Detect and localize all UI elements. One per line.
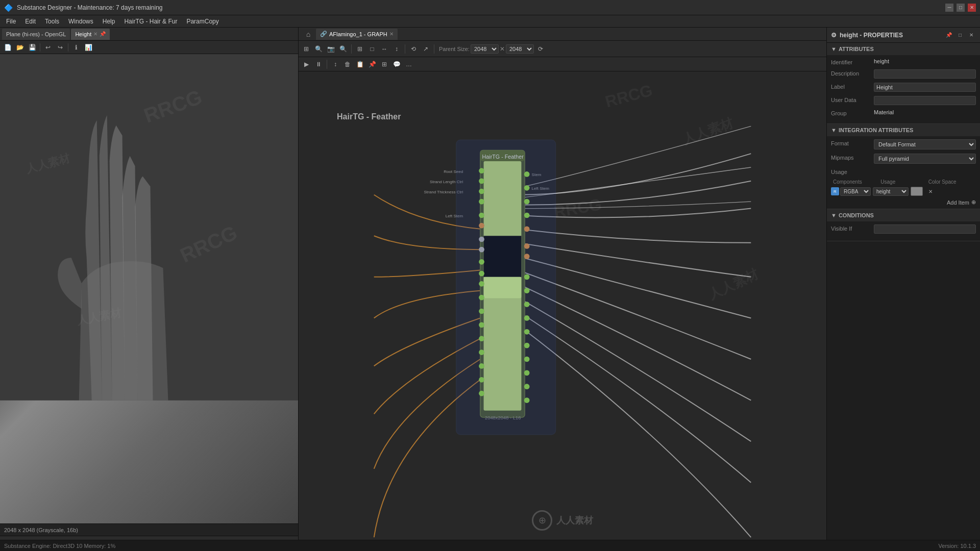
menu-paramcopy[interactable]: ParamCopy xyxy=(182,17,223,26)
identifier-row: Identifier height xyxy=(831,58,976,65)
menu-help[interactable]: Help xyxy=(99,17,119,26)
viewport-plane-tab[interactable]: Plane (hi-res) - OpenGL xyxy=(2,29,70,40)
minimize-button[interactable]: ─ xyxy=(945,4,953,12)
graph-copy-button[interactable]: 📋 xyxy=(354,59,365,70)
viewport-tab-pin[interactable]: 📌 xyxy=(100,31,106,37)
properties-close-button[interactable]: ✕ xyxy=(967,31,976,40)
menu-windows[interactable]: Windows xyxy=(64,17,97,26)
graph-play-button[interactable]: ▶ xyxy=(301,59,312,70)
graph-toolbar-btn-8[interactable]: ↕ xyxy=(391,43,402,55)
user-data-row: User Data xyxy=(831,96,976,105)
info-button[interactable]: ℹ xyxy=(70,42,82,53)
title-bar: 🔷 Substance Designer - Maintenance: 7 da… xyxy=(0,0,980,15)
graph-home-button[interactable]: ⌂ xyxy=(303,29,314,40)
svg-point-33 xyxy=(524,254,530,259)
graph-step-button[interactable]: ⏸ xyxy=(313,59,324,70)
graph-toolbar-btn-9[interactable]: ⟲ xyxy=(408,43,419,55)
attributes-label: ATTRIBUTES xyxy=(839,46,874,52)
parent-size-select-1[interactable]: 2048 xyxy=(471,44,499,54)
color-remove-button[interactable]: ✕ xyxy=(925,186,936,197)
integration-content: Format Default Format Mipmaps Full pyram… xyxy=(827,136,980,209)
graph-tab[interactable]: 🔗 AFlamingo_1 - GRAPH ✕ xyxy=(316,29,398,40)
version-text: Version: 10.1.3 xyxy=(939,543,976,549)
usage-select[interactable]: height xyxy=(873,187,909,196)
rgba-icon: R xyxy=(831,187,839,195)
description-input[interactable] xyxy=(874,69,976,79)
maximize-button[interactable]: □ xyxy=(957,4,965,12)
conditions-label: CONDITIONS xyxy=(839,212,874,218)
svg-point-10 xyxy=(479,189,484,194)
prop-label-row: Label xyxy=(831,83,976,92)
graph-paste-button[interactable]: 📌 xyxy=(366,59,378,70)
svg-point-27 xyxy=(524,171,530,177)
menu-file[interactable]: File xyxy=(2,17,20,26)
title-bar-text: Substance Designer - Maintenance: 7 days… xyxy=(17,4,945,11)
graph-watermark-1: RRCG xyxy=(603,81,655,111)
graph-extra-button[interactable]: … xyxy=(403,59,414,70)
graph-delete-button[interactable]: 🗑 xyxy=(342,59,353,70)
new-button[interactable]: 📄 xyxy=(2,42,13,53)
main-layout: Plane (hi-res) - OpenGL Height ✕ 📌 📄 📂 💾… xyxy=(0,28,980,551)
graph-toolbar-btn-10[interactable]: ↗ xyxy=(420,43,431,55)
parent-size-select-2[interactable]: 2048 xyxy=(506,44,534,54)
properties-pin-button[interactable]: 📌 xyxy=(944,31,953,40)
graph-toolbar-btn-7[interactable]: ↔ xyxy=(379,43,390,55)
svg-point-21 xyxy=(479,322,484,328)
svg-point-8 xyxy=(479,168,484,173)
graph-toolbar-btn-3[interactable]: 📷 xyxy=(325,43,336,55)
graph-toolbar-btn-5[interactable]: ⊞ xyxy=(354,43,365,55)
label-label: Label xyxy=(831,83,872,90)
properties-detach-button[interactable]: □ xyxy=(955,31,965,40)
save-button[interactable]: 💾 xyxy=(27,42,38,53)
user-data-input[interactable] xyxy=(874,96,976,105)
visible-if-input[interactable] xyxy=(874,224,976,234)
chart-button[interactable]: 📊 xyxy=(83,42,94,53)
conditions-section-header[interactable]: ▼ CONDITIONS xyxy=(827,209,980,221)
mipmaps-select[interactable]: Full pyramid xyxy=(874,154,976,164)
viewport-tab-bar: Plane (hi-res) - OpenGL Height ✕ 📌 xyxy=(0,28,298,41)
menu-hairtg[interactable]: HairTG - Hair & Fur xyxy=(120,17,181,26)
graph-toolbar-btn-2[interactable]: 🔍 xyxy=(313,43,324,55)
graph-tab-close[interactable]: ✕ xyxy=(389,31,394,37)
components-header: Components xyxy=(833,179,880,185)
graph-comment-button[interactable]: 💬 xyxy=(391,59,402,70)
graph-toolbar-btn-6[interactable]: □ xyxy=(366,43,378,55)
add-item-button[interactable]: Add Item ⊕ xyxy=(947,199,976,206)
svg-point-36 xyxy=(524,302,530,307)
logo-area: ⊕ 人人素材 xyxy=(532,510,593,531)
graph-refresh-button[interactable]: ⟳ xyxy=(535,43,546,55)
close-button[interactable]: ✕ xyxy=(968,4,976,12)
color-swatch[interactable] xyxy=(911,187,923,196)
svg-text:HairTG - Feather: HairTG - Feather xyxy=(482,154,524,160)
parent-size-label: Parent Size: xyxy=(439,46,470,52)
label-input[interactable] xyxy=(874,83,976,92)
svg-point-35 xyxy=(524,288,530,293)
components-select[interactable]: RGBA xyxy=(840,187,871,196)
undo-button[interactable]: ↩ xyxy=(42,42,54,53)
format-select[interactable]: Default Format xyxy=(874,139,976,149)
menu-edit[interactable]: Edit xyxy=(21,17,40,26)
group-value: Material xyxy=(874,109,976,115)
svg-point-28 xyxy=(524,185,530,191)
redo-button[interactable]: ↪ xyxy=(55,42,66,53)
svg-text:Left Stem: Left Stem xyxy=(446,214,463,218)
svg-point-39 xyxy=(524,343,530,348)
add-item-icon: ⊕ xyxy=(971,199,976,206)
graph-frame-button[interactable]: ⊞ xyxy=(379,59,390,70)
graph-move-button[interactable]: ↕ xyxy=(330,59,341,70)
viewport-tab-close[interactable]: ✕ xyxy=(93,31,97,37)
graph-toolbar-btn-4[interactable]: 🔍 xyxy=(337,43,349,55)
attributes-section-header[interactable]: ▼ ATTRIBUTES xyxy=(827,43,980,55)
title-bar-controls[interactable]: ─ □ ✕ xyxy=(945,4,976,12)
svg-point-40 xyxy=(524,357,530,362)
graph-toolbar-btn-1[interactable]: ⊞ xyxy=(301,43,312,55)
mipmaps-row: Mipmaps Full pyramid xyxy=(831,154,976,164)
graph-canvas[interactable]: RRCG 人人素材 RRCG 人人素材 HairTG - Feather xyxy=(299,71,826,551)
svg-text:Root Seed: Root Seed xyxy=(444,169,463,174)
integration-section-header[interactable]: ▼ INTEGRATION ATTRIBUTES xyxy=(827,124,980,136)
menu-tools[interactable]: Tools xyxy=(41,17,63,26)
open-button[interactable]: 📂 xyxy=(14,42,26,53)
conditions-section: ▼ CONDITIONS Visible If xyxy=(827,209,980,241)
toolbar-divider-1 xyxy=(40,43,40,52)
viewport-height-tab[interactable]: Height ✕ 📌 xyxy=(71,29,110,40)
